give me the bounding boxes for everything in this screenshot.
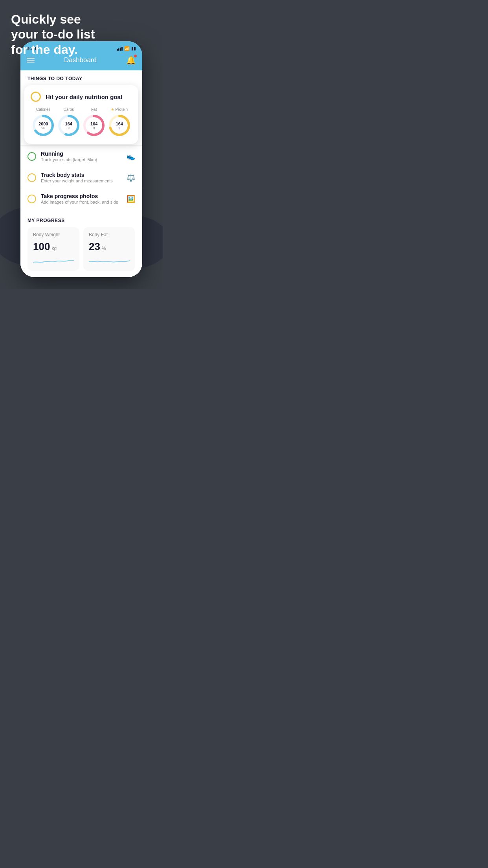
notification-bell[interactable]: 🔔 <box>126 55 136 65</box>
header-title: Dashboard <box>64 56 97 64</box>
running-icon: 👟 <box>127 152 135 161</box>
protein-label: ★ Protein <box>111 107 128 112</box>
nutrition-protein: ★ Protein 164 g <box>107 107 132 138</box>
fat-label: Fat <box>91 107 97 112</box>
nutrition-row: Calories 2000 cal <box>31 107 132 138</box>
body-fat-value-row: 23 % <box>89 241 130 253</box>
nutrition-goal-card[interactable]: Hit your daily nutrition goal Calories <box>24 85 138 144</box>
running-circle <box>28 152 36 161</box>
progress-section: MY PROGRESS Body Weight 100 kg <box>20 212 142 277</box>
body-fat-card[interactable]: Body Fat 23 % <box>83 227 135 271</box>
progress-photos-title: Take progress photos <box>41 193 122 199</box>
carbs-donut: 164 g <box>57 113 81 138</box>
running-text: Running Track your stats (target: 5km) <box>41 151 122 162</box>
todo-item-progress-photos[interactable]: Take progress photos Add images of your … <box>20 188 142 209</box>
carbs-unit: g <box>65 126 72 130</box>
body-weight-unit: kg <box>51 246 57 251</box>
body-stats-circle <box>28 173 36 182</box>
fat-unit: g <box>90 126 97 130</box>
card-title-row: Hit your daily nutrition goal <box>31 92 132 102</box>
running-title: Running <box>41 151 122 157</box>
protein-unit: g <box>116 126 123 130</box>
todo-item-running[interactable]: Running Track your stats (target: 5km) 👟 <box>20 145 142 167</box>
calories-donut: 2000 cal <box>31 113 55 138</box>
body-weight-card-title: Body Weight <box>33 232 74 237</box>
hero-line3: for the day. <box>11 42 95 57</box>
page-wrapper: Quickly see your to-do list for the day.… <box>0 0 163 289</box>
nutrition-fat: Fat 164 g <box>82 107 106 138</box>
progress-photos-icon: 🖼️ <box>127 195 135 203</box>
body-fat-chart <box>89 255 130 265</box>
nutrition-carbs: Carbs 164 g <box>57 107 81 138</box>
progress-cards: Body Weight 100 kg Body Fat 23 <box>28 227 135 271</box>
app-content: THINGS TO DO TODAY Hit your daily nutrit… <box>20 70 142 277</box>
body-stats-icon: ⚖️ <box>127 173 135 182</box>
protein-value-center: 164 g <box>116 121 123 130</box>
phone-mockup: 9:41 📶 ▮▮ Dashboard 🔔 <box>20 41 142 277</box>
body-stats-title: Track body stats <box>41 172 122 178</box>
hero-text: Quickly see your to-do list for the day. <box>11 12 95 57</box>
protein-donut: 164 g <box>107 113 132 138</box>
calories-unit: cal <box>39 126 48 130</box>
hamburger-menu-icon[interactable] <box>27 58 35 63</box>
body-weight-card[interactable]: Body Weight 100 kg <box>28 227 79 271</box>
progress-photos-text: Take progress photos Add images of your … <box>41 193 122 204</box>
nutrition-calories: Calories 2000 cal <box>31 107 55 138</box>
progress-section-header: MY PROGRESS <box>28 212 135 227</box>
body-stats-text: Track body stats Enter your weight and m… <box>41 172 122 183</box>
body-weight-chart <box>33 255 74 265</box>
body-fat-value: 23 <box>89 241 100 253</box>
goal-circle-check <box>31 92 41 102</box>
notification-dot <box>134 55 137 57</box>
running-subtitle: Track your stats (target: 5km) <box>41 157 122 162</box>
card-title: Hit your daily nutrition goal <box>46 94 122 100</box>
hero-line2: your to-do list <box>11 27 95 42</box>
hero-line1: Quickly see <box>11 12 95 27</box>
progress-photos-circle <box>28 195 36 203</box>
carbs-label: Carbs <box>63 107 74 112</box>
battery-icon: ▮▮ <box>131 46 136 51</box>
body-stats-subtitle: Enter your weight and measurements <box>41 178 122 183</box>
progress-photos-subtitle: Add images of your front, back, and side <box>41 200 122 204</box>
body-weight-value-row: 100 kg <box>33 241 74 253</box>
signal-bars-icon <box>117 46 123 51</box>
calories-label: Calories <box>36 107 51 112</box>
wifi-icon: 📶 <box>124 46 130 51</box>
things-to-do-header: THINGS TO DO TODAY <box>20 70 142 85</box>
status-icons: 📶 ▮▮ <box>117 46 136 51</box>
protein-star-icon: ★ <box>111 107 114 112</box>
body-fat-unit: % <box>102 246 106 251</box>
fat-donut: 164 g <box>82 113 106 138</box>
calories-value-center: 2000 cal <box>39 121 48 130</box>
body-fat-card-title: Body Fat <box>89 232 130 237</box>
todo-item-body-stats[interactable]: Track body stats Enter your weight and m… <box>20 167 142 188</box>
carbs-value-center: 164 g <box>65 121 72 130</box>
body-weight-value: 100 <box>33 241 50 253</box>
fat-value-center: 164 g <box>90 121 97 130</box>
